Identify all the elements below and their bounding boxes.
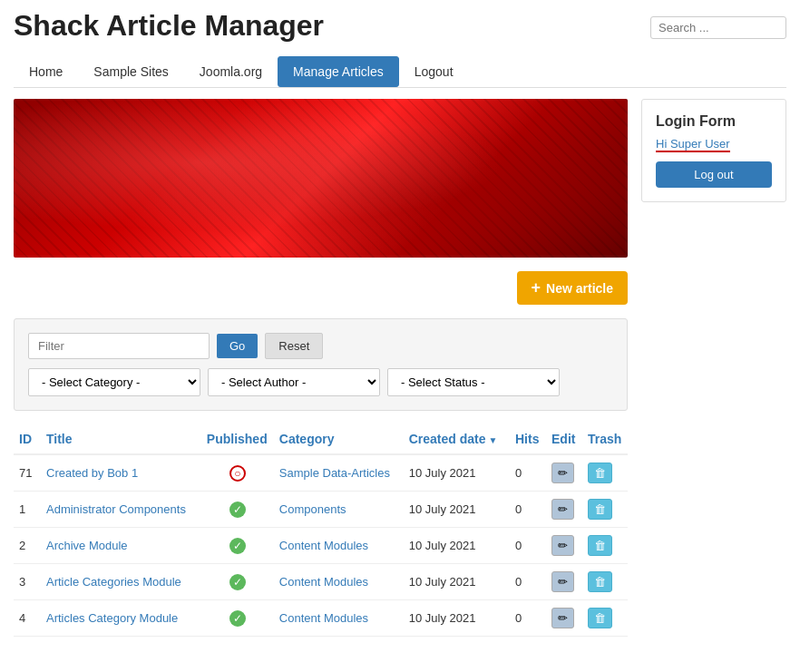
edit-button[interactable]: ✏ [551,571,574,592]
published-icon: ✓ [229,502,246,518]
status-select[interactable]: - Select Status - [387,368,560,396]
article-title-link[interactable]: Archive Module [46,539,128,552]
table-row: 4 Articles Category Module ✓ Content Mod… [14,600,628,637]
cell-title: Article Categories Module [41,564,201,600]
cell-published: ○ [201,454,274,492]
published-icon: ✓ [229,574,246,590]
cell-title: Archive Module [41,528,201,564]
reset-button[interactable]: Reset [265,333,323,359]
cell-category: Content Modules [274,600,404,637]
filter-input[interactable] [28,333,210,359]
cell-title: Administrator Components [41,492,201,528]
nav-bar: Home Sample Sites Joomla.org Manage Arti… [14,56,786,88]
col-header-created-date[interactable]: Created date▼ [404,424,510,454]
login-form-box: Login Form Hi Super User Log out [641,99,786,202]
nav-item-manage-articles[interactable]: Manage Articles [278,56,399,87]
table-row: 2 Archive Module ✓ Content Modules 10 Ju… [14,528,628,564]
cell-trash: 🗑 [582,454,628,492]
trash-button[interactable]: 🗑 [588,535,612,556]
article-title-link[interactable]: Administrator Components [46,502,186,516]
edit-button[interactable]: ✏ [551,535,574,556]
plus-icon: + [532,278,541,297]
unpublished-icon: ○ [229,465,246,482]
cell-hits: 0 [510,492,546,528]
site-title: Shack Article Manager [14,9,324,43]
cell-published: ✓ [201,492,274,528]
hero-image [14,99,628,258]
filter-section: Go Reset - Select Category - - Select Au… [14,318,628,411]
table-row: 3 Article Categories Module ✓ Content Mo… [14,564,628,600]
cell-created-date: 10 July 2021 [404,528,510,564]
edit-button[interactable]: ✏ [551,608,574,628]
col-header-hits: Hits [510,424,546,454]
hi-user-label: Hi Super User [656,137,772,152]
search-bar-top [650,16,786,39]
cell-title: Created by Bob 1 [41,454,201,492]
edit-button[interactable]: ✏ [551,499,574,520]
cell-hits: 0 [510,528,546,564]
new-article-section: + New article [14,271,628,305]
cell-published: ✓ [201,564,274,600]
category-select[interactable]: - Select Category - [28,368,200,396]
cell-title: Articles Category Module [41,600,201,637]
sort-arrow-icon: ▼ [489,435,498,445]
table-row: 71 Created by Bob 1 ○ Sample Data-Articl… [14,454,628,492]
col-header-category: Category [274,424,404,454]
table-row: 1 Administrator Components ✓ Components … [14,492,628,528]
cell-created-date: 10 July 2021 [404,600,510,637]
cell-id: 3 [14,564,41,600]
cell-created-date: 10 July 2021 [404,454,510,492]
cell-edit: ✏ [546,454,582,492]
cell-id: 4 [14,600,41,637]
author-select[interactable]: - Select Author - [208,368,380,396]
cell-hits: 0 [510,454,546,492]
cell-created-date: 10 July 2021 [404,564,510,600]
nav-item-home[interactable]: Home [14,56,78,87]
cell-hits: 0 [510,600,546,637]
cell-hits: 0 [510,564,546,600]
category-link[interactable]: Content Modules [279,611,368,625]
col-header-published: Published [201,424,274,454]
new-article-button[interactable]: + New article [517,271,628,305]
new-article-label: New article [546,281,613,296]
cell-id: 2 [14,528,41,564]
cell-edit: ✏ [546,528,582,564]
cell-category: Content Modules [274,564,404,600]
cell-category: Sample Data-Articles [274,454,404,492]
col-header-trash: Trash [582,424,628,454]
category-link[interactable]: Content Modules [279,575,368,589]
cell-category: Components [274,492,404,528]
trash-button[interactable]: 🗑 [588,463,612,483]
col-header-id: ID [14,424,41,454]
cell-id: 71 [14,454,41,492]
article-title-link[interactable]: Articles Category Module [46,611,178,625]
nav-item-logout[interactable]: Logout [399,56,469,87]
nav-item-joomla[interactable]: Joomla.org [184,56,278,87]
search-input[interactable] [650,16,786,39]
articles-table: ID Title Published Category Created date… [14,424,628,637]
cell-created-date: 10 July 2021 [404,492,510,528]
login-form-title: Login Form [656,113,772,130]
edit-button[interactable]: ✏ [551,463,574,483]
col-header-title: Title [41,424,201,454]
col-header-edit: Edit [546,424,582,454]
trash-button[interactable]: 🗑 [588,608,612,628]
cell-trash: 🗑 [582,600,628,637]
cell-published: ✓ [201,600,274,637]
category-link[interactable]: Sample Data-Articles [279,466,390,480]
cell-trash: 🗑 [582,492,628,528]
cell-edit: ✏ [546,564,582,600]
trash-button[interactable]: 🗑 [588,571,612,592]
cell-published: ✓ [201,528,274,564]
published-icon: ✓ [229,610,246,627]
article-title-link[interactable]: Article Categories Module [46,575,181,589]
cell-id: 1 [14,492,41,528]
cell-category: Content Modules [274,528,404,564]
nav-item-sample-sites[interactable]: Sample Sites [78,56,183,87]
trash-button[interactable]: 🗑 [588,499,612,520]
category-link[interactable]: Components [279,502,346,516]
go-button[interactable]: Go [217,334,258,358]
category-link[interactable]: Content Modules [279,539,368,552]
article-title-link[interactable]: Created by Bob 1 [46,466,138,480]
logout-button[interactable]: Log out [656,161,772,188]
